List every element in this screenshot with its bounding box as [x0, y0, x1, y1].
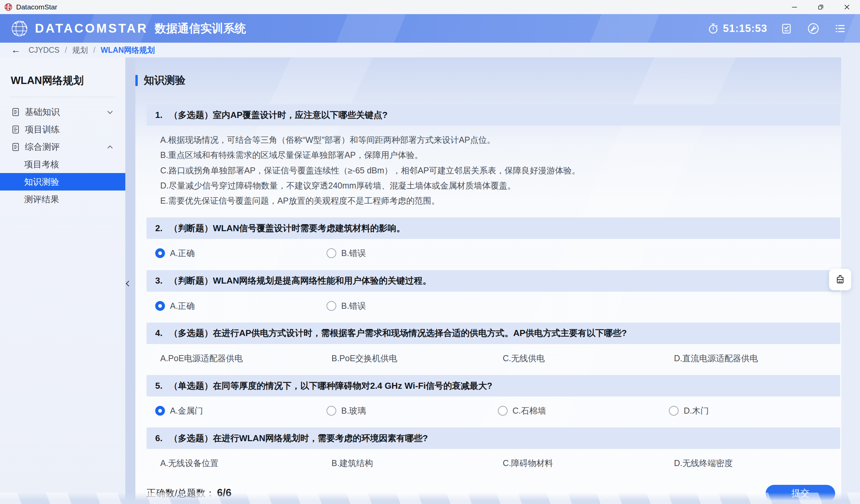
sidebar-item-知识测验[interactable]: 知识测验 [0, 173, 125, 190]
option-item[interactable]: A.正确 [155, 248, 327, 258]
chevron-left-icon[interactable] [126, 281, 132, 287]
option-label: B.错误 [341, 301, 366, 311]
option-item[interactable]: A.正确 [155, 301, 327, 311]
option-item[interactable]: C.无线供电 [498, 353, 669, 363]
report-button[interactable] [779, 21, 794, 36]
option-item[interactable]: C.障碍物材料 [498, 458, 669, 469]
question-header: 4. （多选题）在进行AP供电方式设计时，需根据客户需求和现场情况选择合适的供电… [146, 322, 840, 344]
sidebar-item-label: 基础知识 [25, 106, 60, 118]
sidebar-item-label: 项目训练 [25, 124, 60, 135]
radio-checked-icon[interactable] [155, 248, 165, 258]
clear-tool-button[interactable] [829, 269, 851, 290]
tools-icon [807, 22, 820, 35]
option-label: B.PoE交换机供电 [332, 353, 398, 363]
option-item[interactable]: B.建筑结构 [327, 458, 498, 469]
option-label: A.PoE电源适配器供电 [160, 353, 243, 363]
minimize-icon [791, 3, 798, 11]
minimize-button[interactable] [782, 0, 807, 14]
option-label: D.尽量减少信号穿过障碍物数量，不建议穿透240mm厚砖墙、混凝土墙体或金属材质… [160, 181, 516, 191]
option-item[interactable]: D.木门 [669, 405, 840, 416]
sidebar-title: WLAN网络规划 [11, 74, 125, 88]
question-title: （多选题）室内AP覆盖设计时，应注意以下哪些关键点? [169, 109, 388, 121]
radio-unchecked-icon[interactable] [498, 406, 507, 416]
sidebar-item-基础知识[interactable]: 基础知识 [0, 103, 125, 120]
question-list: 1. （多选题）室内AP覆盖设计时，应注意以下哪些关键点? A.根据现场情况，可… [146, 104, 840, 469]
option-label: D.无线终端密度 [674, 458, 733, 469]
submit-button[interactable]: 提交 [765, 485, 835, 502]
option-label: C.石棉墙 [513, 405, 546, 416]
main-panel: 知识测验 1. （多选题）室内AP覆盖设计时，应注意以下哪些关键点? A.根据现… [135, 57, 841, 504]
document-icon [11, 125, 20, 134]
option-label: C.无线供电 [503, 353, 545, 363]
system-name: 数据通信实训系统 [155, 21, 246, 36]
sidebar-item-测评结果[interactable]: 测评结果 [0, 190, 125, 208]
sidebar-item-综合测评[interactable]: 综合测评 [0, 138, 125, 156]
option-label: A.金属门 [170, 405, 203, 416]
question-number: 2. [155, 223, 162, 233]
sidebar-item-项目考核[interactable]: 项目考核 [0, 156, 125, 173]
app-window: DatacomStar [0, 0, 860, 504]
timer-value: 51:15:53 [723, 23, 767, 34]
radio-unchecked-icon[interactable] [327, 248, 336, 258]
question-header: 3. （判断题）WLAN网络规划是提高网络性能和用户体验的关键过程。 [146, 270, 840, 292]
restore-icon [817, 3, 825, 11]
breadcrumb-item[interactable]: CJYDCS [29, 46, 59, 55]
option-item[interactable]: D.尽量减少信号穿过障碍物数量，不建议穿透240mm厚砖墙、混凝土墙体或金属材质… [155, 181, 840, 191]
question-5: 5. （单选题）在同等厚度的情况下，以下哪种障碍物对2.4 GHz Wi-Fi信… [146, 375, 840, 416]
option-item[interactable]: D.无线终端密度 [669, 458, 840, 469]
globe-logo-icon [10, 19, 29, 38]
question-title: （单选题）在同等厚度的情况下，以下哪种障碍物对2.4 GHz Wi-Fi信号的衰… [169, 380, 492, 392]
option-item[interactable]: B.玻璃 [327, 405, 498, 416]
back-arrow-icon[interactable]: ← [11, 45, 20, 55]
radio-unchecked-icon[interactable] [327, 301, 336, 311]
menu-list-icon [834, 23, 846, 34]
score-label: 正确数/总题数： [146, 488, 215, 498]
option-label: B.建筑结构 [332, 458, 373, 469]
window-controls [782, 0, 860, 14]
radio-checked-icon[interactable] [155, 406, 165, 416]
question-header: 5. （单选题）在同等厚度的情况下，以下哪种障碍物对2.4 GHz Wi-Fi信… [146, 375, 840, 397]
option-label: A.正确 [170, 248, 195, 258]
sidebar-item-项目训练[interactable]: 项目训练 [0, 120, 125, 138]
sidebar-item-label: 项目考核 [24, 159, 59, 170]
os-titlebar: DatacomStar [0, 0, 860, 14]
option-item[interactable]: C.石棉墙 [498, 405, 669, 416]
option-item[interactable]: A.PoE电源适配器供电 [155, 353, 327, 363]
breadcrumb-separator: / [93, 46, 95, 55]
sidebar-item-label: 知识测验 [24, 176, 59, 188]
option-item[interactable]: B.错误 [327, 248, 498, 258]
question-6: 6. （多选题）在进行WLAN网络规划时，需要考虑的环境因素有哪些? A.无线设… [146, 427, 840, 469]
radio-checked-icon[interactable] [155, 301, 165, 311]
question-title: （多选题）在进行AP供电方式设计时，需根据客户需求和现场情况选择合适的供电方式。… [169, 327, 627, 339]
option-item[interactable]: A.无线设备位置 [155, 458, 327, 469]
option-item[interactable]: B.错误 [327, 301, 498, 311]
question-options: A.无线设备位置 B.建筑结构 C.障碍物材料 D.无线终端密度 [146, 458, 840, 469]
question-options: A.正确 B.错误 [146, 248, 840, 258]
option-item[interactable]: B.重点区域和有特殊需求的区域尽量保证单独部署AP，保障用户体验。 [155, 150, 840, 160]
option-item[interactable]: E.需要优先保证信号覆盖问题，AP放置的美观程度不是工程师考虑的范围。 [155, 196, 840, 206]
tools-button[interactable] [806, 21, 821, 36]
breadcrumb-item: WLAN网络规划 [101, 45, 155, 55]
close-button[interactable] [834, 0, 860, 14]
option-item[interactable]: D.直流电源适配器供电 [669, 353, 840, 363]
question-options: A.根据现场情况，可结合等三角（俗称“W型”部署）和等间距两种部署方式来设计AP… [146, 135, 840, 206]
panel-gap [125, 57, 135, 504]
option-label: C.障碍物材料 [503, 458, 553, 469]
titlebar-app: DatacomStar [4, 3, 57, 11]
question-options: A.PoE电源适配器供电 B.PoE交换机供电 C.无线供电 D.直流电源适配器… [146, 353, 840, 363]
restore-button[interactable] [807, 0, 834, 14]
option-item[interactable]: B.PoE交换机供电 [327, 353, 498, 363]
radio-unchecked-icon[interactable] [669, 406, 678, 416]
option-item[interactable]: A.金属门 [155, 405, 327, 416]
breadcrumb-item[interactable]: 规划 [72, 45, 88, 55]
brand: DATACOMSTAR 数据通信实训系统 [10, 19, 246, 38]
question-header: 6. （多选题）在进行WLAN网络规划时，需要考虑的环境因素有哪些? [146, 427, 840, 449]
option-item[interactable]: A.根据现场情况，可结合等三角（俗称“W型”部署）和等间距两种部署方式来设计AP… [155, 135, 840, 145]
menu-list-button[interactable] [832, 21, 848, 36]
main-title-row: 知识测验 [135, 57, 841, 87]
sidebar: WLAN网络规划 基础知识 项目训练 综合测评 项目考核 知识测验 测评结果 [0, 57, 125, 504]
app-logo-icon [4, 3, 13, 11]
radio-unchecked-icon[interactable] [327, 406, 336, 416]
option-item[interactable]: C.路口或拐角单独部署AP，保证信号覆盖连续性（≥-65 dBm），相邻AP可建… [155, 165, 840, 176]
question-number: 4. [155, 328, 162, 339]
